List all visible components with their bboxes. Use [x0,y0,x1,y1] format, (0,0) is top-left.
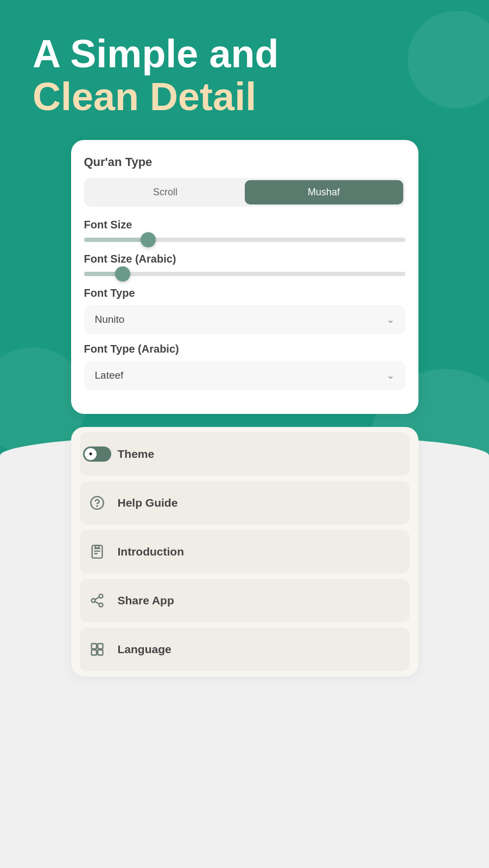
share-icon [86,590,108,611]
share-app-label: Share App [118,594,174,607]
chevron-down-arabic-icon: ⌄ [386,369,395,381]
menu-card: ✦ Theme Help Guide [71,427,418,676]
quran-type-toggle-group: Scroll Mushaf [84,178,405,207]
hero-title-line2: Clean Detail [33,75,456,118]
tab-scroll[interactable]: Scroll [86,180,245,205]
quran-type-label: Qur'an Type [84,155,405,169]
introduction-icon [86,541,108,563]
tab-mushaf[interactable]: Mushaf [245,180,403,205]
language-label: Language [118,643,172,656]
help-guide-icon [86,492,108,514]
font-size-arabic-label: Font Size (Arabic) [84,253,405,265]
svg-rect-14 [91,650,96,655]
theme-label: Theme [118,448,155,461]
svg-rect-6 [95,546,99,548]
svg-line-11 [95,597,99,600]
menu-item-share-app[interactable]: Share App [80,579,410,622]
font-type-arabic-section: Font Type (Arabic) Lateef ⌄ [84,343,405,390]
chevron-down-icon: ⌄ [386,314,395,326]
font-type-label: Font Type [84,287,405,299]
font-type-dropdown[interactable]: Nunito ⌄ [84,305,405,334]
font-size-thumb[interactable] [141,232,156,247]
svg-rect-15 [98,650,103,655]
font-type-arabic-value: Lateef [95,369,124,381]
menu-item-help-guide[interactable]: Help Guide [80,481,410,525]
hero-section: A Simple and Clean Detail [0,0,489,140]
font-size-label: Font Size [84,219,405,231]
help-guide-label: Help Guide [118,496,178,509]
theme-toggle[interactable]: ✦ [83,446,111,462]
font-size-arabic-track[interactable] [84,272,405,276]
quran-settings-card: Qur'an Type Scroll Mushaf Font Size Font… [71,140,418,414]
theme-icon: ✦ [86,443,108,465]
font-type-section: Font Type Nunito ⌄ [84,287,405,334]
font-type-arabic-label: Font Type (Arabic) [84,343,405,355]
menu-item-language[interactable]: Language [80,628,410,671]
svg-rect-13 [98,644,103,649]
theme-toggle-knob: ✦ [85,448,97,460]
font-size-arabic-section: Font Size (Arabic) [84,253,405,276]
sun-icon: ✦ [88,450,93,458]
font-type-arabic-dropdown[interactable]: Lateef ⌄ [84,361,405,390]
introduction-label: Introduction [118,545,184,558]
font-size-track[interactable] [84,238,405,242]
font-size-section: Font Size [84,219,405,242]
font-size-fill [84,238,148,242]
font-size-arabic-thumb[interactable] [115,266,130,282]
menu-item-introduction[interactable]: Introduction [80,530,410,573]
menu-item-theme[interactable]: ✦ Theme [80,432,410,476]
svg-line-10 [95,602,99,604]
svg-rect-12 [91,644,96,649]
hero-title-line1: A Simple and [33,33,456,75]
font-type-value: Nunito [95,314,125,326]
language-icon [86,639,108,660]
